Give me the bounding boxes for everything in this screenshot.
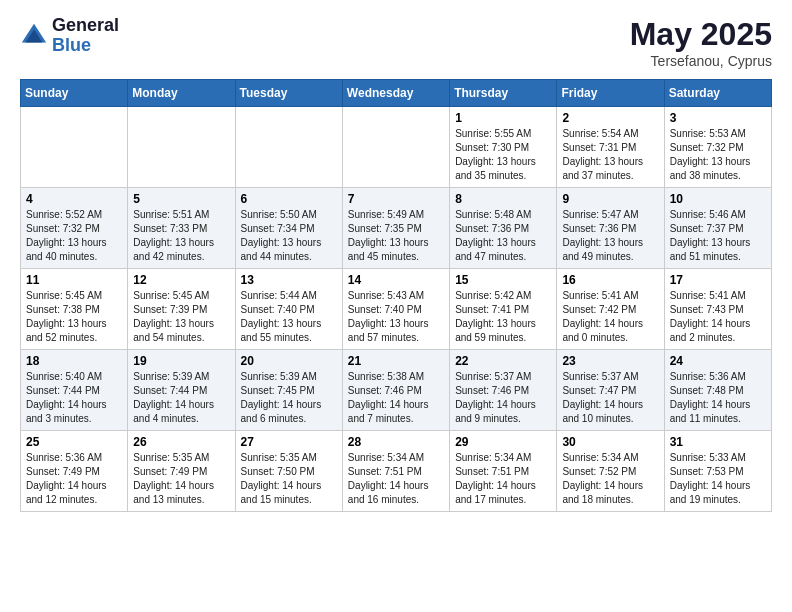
day-number: 25 bbox=[26, 435, 122, 449]
day-info: Sunrise: 5:46 AMSunset: 7:37 PMDaylight:… bbox=[670, 208, 766, 264]
day-info: Sunrise: 5:33 AMSunset: 7:53 PMDaylight:… bbox=[670, 451, 766, 507]
day-cell: 17Sunrise: 5:41 AMSunset: 7:43 PMDayligh… bbox=[664, 269, 771, 350]
day-info: Sunrise: 5:47 AMSunset: 7:36 PMDaylight:… bbox=[562, 208, 658, 264]
day-cell: 18Sunrise: 5:40 AMSunset: 7:44 PMDayligh… bbox=[21, 350, 128, 431]
day-number: 4 bbox=[26, 192, 122, 206]
day-number: 21 bbox=[348, 354, 444, 368]
day-info: Sunrise: 5:35 AMSunset: 7:50 PMDaylight:… bbox=[241, 451, 337, 507]
day-number: 30 bbox=[562, 435, 658, 449]
day-number: 7 bbox=[348, 192, 444, 206]
day-info: Sunrise: 5:36 AMSunset: 7:48 PMDaylight:… bbox=[670, 370, 766, 426]
logo-icon bbox=[20, 22, 48, 50]
day-cell bbox=[128, 107, 235, 188]
day-info: Sunrise: 5:48 AMSunset: 7:36 PMDaylight:… bbox=[455, 208, 551, 264]
week-row-2: 11Sunrise: 5:45 AMSunset: 7:38 PMDayligh… bbox=[21, 269, 772, 350]
day-info: Sunrise: 5:37 AMSunset: 7:47 PMDaylight:… bbox=[562, 370, 658, 426]
day-number: 3 bbox=[670, 111, 766, 125]
day-cell: 19Sunrise: 5:39 AMSunset: 7:44 PMDayligh… bbox=[128, 350, 235, 431]
day-cell: 21Sunrise: 5:38 AMSunset: 7:46 PMDayligh… bbox=[342, 350, 449, 431]
day-info: Sunrise: 5:34 AMSunset: 7:51 PMDaylight:… bbox=[455, 451, 551, 507]
day-cell: 25Sunrise: 5:36 AMSunset: 7:49 PMDayligh… bbox=[21, 431, 128, 512]
header-row: Sunday Monday Tuesday Wednesday Thursday… bbox=[21, 80, 772, 107]
week-row-4: 25Sunrise: 5:36 AMSunset: 7:49 PMDayligh… bbox=[21, 431, 772, 512]
col-tuesday: Tuesday bbox=[235, 80, 342, 107]
logo-blue-text: Blue bbox=[52, 36, 119, 56]
week-row-3: 18Sunrise: 5:40 AMSunset: 7:44 PMDayligh… bbox=[21, 350, 772, 431]
day-info: Sunrise: 5:36 AMSunset: 7:49 PMDaylight:… bbox=[26, 451, 122, 507]
day-info: Sunrise: 5:51 AMSunset: 7:33 PMDaylight:… bbox=[133, 208, 229, 264]
day-number: 28 bbox=[348, 435, 444, 449]
day-cell: 16Sunrise: 5:41 AMSunset: 7:42 PMDayligh… bbox=[557, 269, 664, 350]
day-info: Sunrise: 5:42 AMSunset: 7:41 PMDaylight:… bbox=[455, 289, 551, 345]
day-number: 31 bbox=[670, 435, 766, 449]
day-info: Sunrise: 5:40 AMSunset: 7:44 PMDaylight:… bbox=[26, 370, 122, 426]
day-number: 14 bbox=[348, 273, 444, 287]
day-info: Sunrise: 5:45 AMSunset: 7:39 PMDaylight:… bbox=[133, 289, 229, 345]
col-monday: Monday bbox=[128, 80, 235, 107]
day-cell: 12Sunrise: 5:45 AMSunset: 7:39 PMDayligh… bbox=[128, 269, 235, 350]
day-cell: 30Sunrise: 5:34 AMSunset: 7:52 PMDayligh… bbox=[557, 431, 664, 512]
day-cell: 5Sunrise: 5:51 AMSunset: 7:33 PMDaylight… bbox=[128, 188, 235, 269]
day-cell: 3Sunrise: 5:53 AMSunset: 7:32 PMDaylight… bbox=[664, 107, 771, 188]
day-number: 15 bbox=[455, 273, 551, 287]
day-cell: 9Sunrise: 5:47 AMSunset: 7:36 PMDaylight… bbox=[557, 188, 664, 269]
day-cell: 8Sunrise: 5:48 AMSunset: 7:36 PMDaylight… bbox=[450, 188, 557, 269]
day-info: Sunrise: 5:43 AMSunset: 7:40 PMDaylight:… bbox=[348, 289, 444, 345]
day-cell: 15Sunrise: 5:42 AMSunset: 7:41 PMDayligh… bbox=[450, 269, 557, 350]
day-cell: 2Sunrise: 5:54 AMSunset: 7:31 PMDaylight… bbox=[557, 107, 664, 188]
day-info: Sunrise: 5:39 AMSunset: 7:44 PMDaylight:… bbox=[133, 370, 229, 426]
header: General Blue May 2025 Tersefanou, Cyprus bbox=[20, 16, 772, 69]
day-cell: 1Sunrise: 5:55 AMSunset: 7:30 PMDaylight… bbox=[450, 107, 557, 188]
day-number: 27 bbox=[241, 435, 337, 449]
day-info: Sunrise: 5:55 AMSunset: 7:30 PMDaylight:… bbox=[455, 127, 551, 183]
day-number: 29 bbox=[455, 435, 551, 449]
day-cell: 6Sunrise: 5:50 AMSunset: 7:34 PMDaylight… bbox=[235, 188, 342, 269]
day-number: 12 bbox=[133, 273, 229, 287]
day-number: 8 bbox=[455, 192, 551, 206]
page: General Blue May 2025 Tersefanou, Cyprus… bbox=[0, 0, 792, 528]
day-number: 13 bbox=[241, 273, 337, 287]
day-info: Sunrise: 5:41 AMSunset: 7:42 PMDaylight:… bbox=[562, 289, 658, 345]
day-cell: 22Sunrise: 5:37 AMSunset: 7:46 PMDayligh… bbox=[450, 350, 557, 431]
day-number: 23 bbox=[562, 354, 658, 368]
day-info: Sunrise: 5:34 AMSunset: 7:51 PMDaylight:… bbox=[348, 451, 444, 507]
week-row-1: 4Sunrise: 5:52 AMSunset: 7:32 PMDaylight… bbox=[21, 188, 772, 269]
day-cell: 13Sunrise: 5:44 AMSunset: 7:40 PMDayligh… bbox=[235, 269, 342, 350]
day-cell bbox=[21, 107, 128, 188]
day-number: 10 bbox=[670, 192, 766, 206]
day-cell: 26Sunrise: 5:35 AMSunset: 7:49 PMDayligh… bbox=[128, 431, 235, 512]
day-cell: 28Sunrise: 5:34 AMSunset: 7:51 PMDayligh… bbox=[342, 431, 449, 512]
day-info: Sunrise: 5:53 AMSunset: 7:32 PMDaylight:… bbox=[670, 127, 766, 183]
day-cell: 11Sunrise: 5:45 AMSunset: 7:38 PMDayligh… bbox=[21, 269, 128, 350]
day-number: 20 bbox=[241, 354, 337, 368]
title-block: May 2025 Tersefanou, Cyprus bbox=[630, 16, 772, 69]
day-number: 19 bbox=[133, 354, 229, 368]
day-info: Sunrise: 5:52 AMSunset: 7:32 PMDaylight:… bbox=[26, 208, 122, 264]
day-number: 24 bbox=[670, 354, 766, 368]
col-thursday: Thursday bbox=[450, 80, 557, 107]
title-location: Tersefanou, Cyprus bbox=[630, 53, 772, 69]
col-saturday: Saturday bbox=[664, 80, 771, 107]
col-wednesday: Wednesday bbox=[342, 80, 449, 107]
day-info: Sunrise: 5:41 AMSunset: 7:43 PMDaylight:… bbox=[670, 289, 766, 345]
day-cell: 10Sunrise: 5:46 AMSunset: 7:37 PMDayligh… bbox=[664, 188, 771, 269]
day-cell: 14Sunrise: 5:43 AMSunset: 7:40 PMDayligh… bbox=[342, 269, 449, 350]
title-month: May 2025 bbox=[630, 16, 772, 53]
logo-text: General Blue bbox=[52, 16, 119, 56]
day-cell: 27Sunrise: 5:35 AMSunset: 7:50 PMDayligh… bbox=[235, 431, 342, 512]
day-number: 9 bbox=[562, 192, 658, 206]
col-sunday: Sunday bbox=[21, 80, 128, 107]
day-number: 17 bbox=[670, 273, 766, 287]
day-cell: 24Sunrise: 5:36 AMSunset: 7:48 PMDayligh… bbox=[664, 350, 771, 431]
day-info: Sunrise: 5:38 AMSunset: 7:46 PMDaylight:… bbox=[348, 370, 444, 426]
logo-general-text: General bbox=[52, 16, 119, 36]
day-cell: 23Sunrise: 5:37 AMSunset: 7:47 PMDayligh… bbox=[557, 350, 664, 431]
day-number: 26 bbox=[133, 435, 229, 449]
day-cell bbox=[342, 107, 449, 188]
calendar-table: Sunday Monday Tuesday Wednesday Thursday… bbox=[20, 79, 772, 512]
day-cell: 20Sunrise: 5:39 AMSunset: 7:45 PMDayligh… bbox=[235, 350, 342, 431]
day-cell: 31Sunrise: 5:33 AMSunset: 7:53 PMDayligh… bbox=[664, 431, 771, 512]
day-info: Sunrise: 5:34 AMSunset: 7:52 PMDaylight:… bbox=[562, 451, 658, 507]
day-info: Sunrise: 5:39 AMSunset: 7:45 PMDaylight:… bbox=[241, 370, 337, 426]
day-info: Sunrise: 5:54 AMSunset: 7:31 PMDaylight:… bbox=[562, 127, 658, 183]
